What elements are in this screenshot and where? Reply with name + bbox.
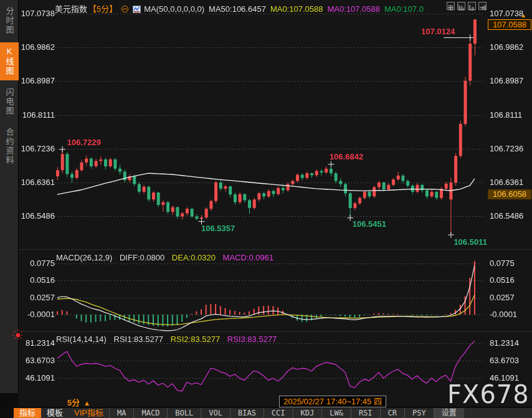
axis-tick-label: 106.8987 [490,76,532,85]
axis-tick-label: 0.0775 [490,259,532,268]
chart-canvas[interactable] [0,0,532,418]
move-tool-icon[interactable] [447,2,455,10]
axis-tick-label: 106.5486 [20,211,55,221]
ma0-value-yellow: MA0:107.0588 [270,4,323,14]
axis-tick-label: 63.6703 [20,356,55,365]
indicator-tab-PSY[interactable]: PSY [404,408,434,418]
rsi2-value: RSI2:83.5277 [171,335,221,344]
ma-settings-label: MA(50,0,0,0,0,0) [144,4,204,14]
indicator-tab-KDJ[interactable]: KDJ [293,408,322,418]
period-label: 5分 [67,398,80,407]
axis-tick-label: 0.0257 [20,293,55,302]
sidebar-item-0[interactable]: 分时图 [0,2,19,39]
sidebar-item-2[interactable]: 闪电图 [0,83,19,120]
axis-tick-label: 81.2314 [490,338,532,348]
macd-title: MACD(26,12,9) [56,253,112,262]
ma0-value-green: MA0:107.0 [384,4,424,14]
macd-diff-value: DIFF:0.0800 [120,253,164,262]
indicator-tab-CCI[interactable]: CCI [264,408,293,418]
chart-header: 美元指数【5分】MA(50,0,0,0,0,0)MA50:106.6457MA0… [55,2,428,12]
period-arrow-icon: ▲ [83,399,90,407]
chart-app-window: 分时图K线图闪电图合约资料 美元指数【5分】MA(50,0,0,0,0,0)MA… [0,0,532,418]
zoom-axis-icon[interactable] [457,2,465,10]
axis-tick-label: 106.8111 [20,110,55,120]
axis-tick-label: 106.9862 [20,42,55,52]
axis-tick-label: 106.8987 [20,76,55,85]
axis-tick-label: 106.7236 [490,144,532,153]
rsi1-value: RSI1:83.5277 [114,335,164,344]
axis-tick-label: 63.6703 [490,356,532,365]
axis-tick-label: -0.0001 [490,310,532,319]
axis-tick-label: 0.0775 [20,259,55,268]
sidebar-item-3[interactable]: 合约资料 [0,123,19,169]
axis-tick-label: 106.5486 [490,211,532,221]
axis-tick-label: -0.0001 [20,310,55,319]
price-annotation: 106.5357 [201,224,235,233]
bar-date-tooltip: 2025/02/27 17:40~17:45 四 [279,396,386,407]
fx678-watermark: FX678 [447,380,530,409]
axis-tick-label: 106.9862 [490,42,532,52]
ma50-value: MA50:106.6457 [209,4,266,14]
axis-tick-label: 46.1091 [20,373,55,382]
chart-toolbar [447,2,487,10]
price-annotation: 107.0124 [421,27,455,36]
axis-tick-label: 0.0516 [20,275,55,285]
indicator-tab-指标[interactable]: 指标 [14,408,41,418]
axis-tick-label: 0.0257 [490,293,532,302]
level-price-tag: 106.6058 [488,189,531,199]
indicator-tab-RSI[interactable]: RSI [351,408,380,418]
indicator-tab-VIP指标[interactable]: VIP指标 [69,408,109,418]
indicator-tab-BIAS[interactable]: BIAS [230,408,264,418]
axis-tick-label: 0.0516 [490,275,532,285]
price-annotation: 106.5011 [454,237,487,247]
sidebar-item-1[interactable]: K线图 [0,42,19,80]
pan-axis-icon[interactable] [468,2,476,10]
rsi3-value: RSI3:83.5277 [227,335,277,344]
axis-tick-label: 106.6361 [490,178,532,187]
price-annotation: 106.5451 [353,219,386,229]
indicator-tab-LW&[interactable]: LW& [321,408,351,418]
last-price-tag: 107.0588 [488,19,531,30]
macd-pane-header: MACD(26,12,9) DIFF:0.0800 DEA:0.0320 MAC… [56,253,278,262]
axis-tick-label: 106.7236 [20,144,55,153]
indicator-tab-BOLL[interactable]: BOLL [167,408,201,418]
axis-tick-label: 81.2314 [20,338,55,348]
axis-tick-label: 106.6361 [20,178,55,187]
tabbar-lead-spacer [0,408,14,418]
alarm-icon[interactable] [12,329,24,341]
symbol-name: 美元指数 [55,4,87,14]
indicator-tab-VOL[interactable]: VOL [201,408,230,418]
rsi-title: RSI(14,14,14) [56,335,107,344]
mini-chart-icon [133,6,141,13]
collapse-circle-icon[interactable] [121,6,128,12]
goto-latest-icon[interactable] [478,2,487,10]
axis-tick-label: 106.8111 [490,110,532,120]
macd-dea-value: DEA:0.0320 [172,253,216,262]
indicator-tab-模板[interactable]: 模板 [41,408,69,418]
indicator-tab-MA[interactable]: MA [109,408,133,418]
indicator-tab-MACD[interactable]: MACD [133,408,167,418]
price-annotation: 106.6842 [330,152,363,161]
indicator-tabbar: 指标模板VIP指标MAMACDBOLLVOLBIASCCIKDJLW&RSICR… [0,407,532,418]
ma0-value-magenta: MA0:107.0588 [327,4,380,14]
indicator-tab-设置[interactable]: 设置 [434,408,464,418]
period-tag: 【5分】 [88,4,117,14]
indicator-tab-CR[interactable]: CR [380,408,404,418]
rsi-pane-header: RSI(14,14,14) RSI1:83.5277 RSI2:83.5277 … [56,335,282,344]
price-annotation: 106.7229 [67,138,101,147]
axis-tick-label: 107.0738 [20,9,55,18]
price-up-arrow-icon: ▲ [521,12,526,19]
macd-value: MACD:0.0961 [223,253,274,262]
